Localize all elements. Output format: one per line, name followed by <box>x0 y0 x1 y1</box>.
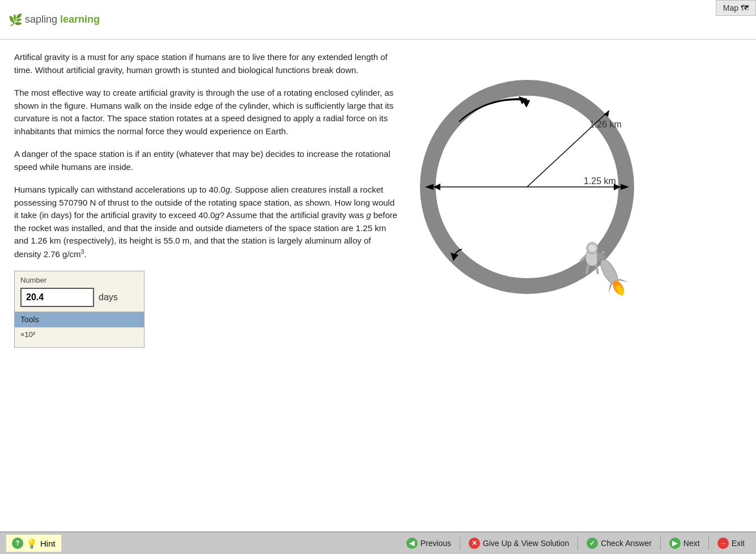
p4-text1: Humans typically can withstand accelerat… <box>14 185 226 194</box>
p4-text3: ? Assume that the artificial gravity was <box>220 210 366 220</box>
nav-buttons: ◀ Previous ✕ Give Up & View Solution ✓ C… <box>401 535 750 551</box>
check-answer-button[interactable]: ✓ Check Answer <box>581 535 657 551</box>
answer-area: Number days Tools ×10² <box>14 271 400 348</box>
answer-unit: days <box>99 292 118 302</box>
next-label: Next <box>683 539 700 548</box>
header: 🌿 sapling learning Map 🗺 <box>0 0 756 40</box>
hint-label: Hint <box>40 539 56 548</box>
logo-text: sapling learning <box>25 14 100 25</box>
give-up-button[interactable]: ✕ Give Up & View Solution <box>463 535 575 551</box>
svg-text:1.26 km: 1.26 km <box>589 120 622 129</box>
p4-end: . <box>84 249 86 259</box>
space-station-diagram: 1.26 km <box>417 62 643 317</box>
diagram-container: 1.26 km <box>417 62 643 317</box>
answer-input-row: days <box>20 288 138 307</box>
exit-label: Exit <box>732 539 745 548</box>
check-answer-label: Check Answer <box>601 539 651 548</box>
answer-input[interactable] <box>20 288 94 307</box>
give-up-icon: ✕ <box>469 538 480 549</box>
answer-label: Number <box>20 276 138 284</box>
exit-icon: → <box>717 538 729 549</box>
map-icon: 🗺 <box>741 3 749 12</box>
tools-exponent: ×10² <box>20 330 35 339</box>
logo: 🌿 sapling learning <box>9 13 100 27</box>
nav-divider-2 <box>577 536 578 550</box>
diagram-column: 1.26 km <box>411 51 649 520</box>
tools-header: Tools <box>15 312 144 327</box>
previous-icon: ◀ <box>406 538 418 549</box>
nav-divider-1 <box>460 536 460 550</box>
paragraph-3: A danger of the space station is if an e… <box>14 148 400 173</box>
give-up-label: Give Up & View Solution <box>483 539 569 548</box>
tools-content: ×10² <box>15 327 144 347</box>
logo-leaf-icon: 🌿 <box>9 13 23 27</box>
next-icon: ▶ <box>669 538 681 549</box>
hint-area[interactable]: ? 💡 Hint <box>6 534 62 552</box>
check-answer-icon: ✓ <box>587 538 598 549</box>
nav-divider-4 <box>708 536 709 550</box>
answer-box: Number days <box>14 271 145 312</box>
tools-section: Tools ×10² <box>14 312 145 348</box>
map-button[interactable]: Map 🗺 <box>716 0 756 16</box>
paragraph-1: Artifical gravity is a must for any spac… <box>14 51 400 76</box>
nav-divider-3 <box>660 536 661 550</box>
previous-label: Previous <box>421 539 451 548</box>
hint-icon: ? <box>12 538 23 549</box>
svg-text:1.25 km: 1.25 km <box>584 176 616 186</box>
bulb-icon: 💡 <box>26 538 37 549</box>
exit-button[interactable]: → Exit <box>712 535 750 551</box>
paragraph-4: Humans typically can withstand accelerat… <box>14 184 400 261</box>
p4-g2: g <box>215 210 219 220</box>
next-button[interactable]: ▶ Next <box>664 535 706 551</box>
nav-bar: ? 💡 Hint ◀ Previous ✕ Give Up & View Sol… <box>0 531 756 554</box>
p4-g1: g <box>226 185 230 194</box>
paragraph-2: The most effective way to create artific… <box>14 87 400 138</box>
text-column: Artifical gravity is a must for any spac… <box>14 51 400 520</box>
previous-button[interactable]: ◀ Previous <box>401 535 457 551</box>
content-area: Artifical gravity is a must for any spac… <box>0 40 756 531</box>
svg-point-16 <box>588 244 596 252</box>
